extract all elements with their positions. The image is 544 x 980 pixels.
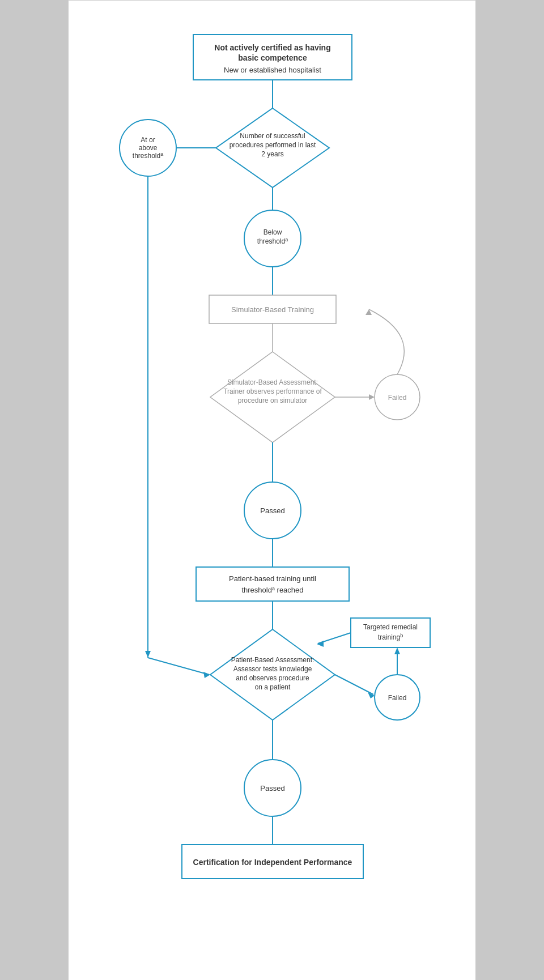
svg-point-34 [244,482,301,539]
svg-text:New or established hospitalist: New or established hospitalist [224,66,321,74]
svg-text:Targeted remedial: Targeted remedial [363,623,418,631]
svg-text:trainingb: trainingb [378,633,403,641]
svg-text:Failed: Failed [388,394,407,402]
svg-text:Passed: Passed [260,784,284,792]
svg-text:and observes procedure: and observes procedure [236,674,309,682]
svg-marker-32 [366,309,372,315]
svg-point-17 [244,210,301,267]
svg-marker-47 [203,672,210,678]
svg-text:Assessor tests knowledge: Assessor tests knowledge [233,665,312,673]
svg-rect-37 [196,567,349,601]
svg-text:2 years: 2 years [261,150,283,158]
svg-text:Patient-Based Assessment:: Patient-Based Assessment: [231,656,314,664]
svg-marker-31 [369,394,375,400]
svg-point-60 [244,760,301,816]
svg-rect-52 [351,618,430,647]
svg-text:thresholda: thresholda [257,237,288,245]
svg-marker-58 [317,641,324,647]
svg-rect-0 [193,35,352,80]
svg-marker-24 [210,352,335,442]
svg-text:Trainer observes performance o: Trainer observes performance of [223,387,322,395]
svg-line-57 [318,633,351,644]
svg-point-48 [375,675,420,720]
svg-text:Below: Below [264,228,282,236]
svg-point-10 [120,120,176,176]
svg-text:Passed: Passed [260,506,284,515]
svg-rect-63 [182,845,363,879]
svg-text:thresholda: thresholda [133,151,163,160]
svg-text:Number of successful: Number of successful [240,132,305,140]
svg-line-50 [335,675,373,694]
svg-text:At or: At or [141,136,155,144]
svg-text:procedure on simulator: procedure on simulator [238,397,308,404]
flowchart-container: Not actively certified as having basic c… [69,18,477,969]
svg-marker-5 [216,108,329,188]
svg-text:Simulator-Based Training: Simulator-Based Training [231,305,314,314]
svg-text:Failed: Failed [388,694,407,702]
page: Not actively certified as having basic c… [68,0,476,980]
svg-text:procedures performed in last: procedures performed in last [230,141,316,149]
svg-text:Certification for Independent : Certification for Independent Performanc… [193,858,352,867]
svg-marker-15 [145,651,151,658]
svg-text:Patient-based training until: Patient-based training until [229,574,316,583]
svg-text:thresholda reached: thresholda reached [241,586,303,594]
svg-marker-51 [368,692,375,698]
svg-point-28 [375,374,420,420]
svg-marker-56 [394,647,400,654]
svg-text:Simulator-Based Assessment:: Simulator-Based Assessment: [227,378,318,386]
svg-marker-41 [210,629,335,720]
svg-text:Not actively certified as havi: Not actively certified as having [214,43,330,52]
svg-text:above: above [139,144,158,152]
svg-line-46 [148,658,209,675]
svg-text:on a patient: on a patient [255,683,291,691]
svg-rect-21 [209,295,336,323]
flowchart-svg: Not actively certified as having basic c… [69,18,477,969]
svg-text:basic competence: basic competence [238,53,307,62]
